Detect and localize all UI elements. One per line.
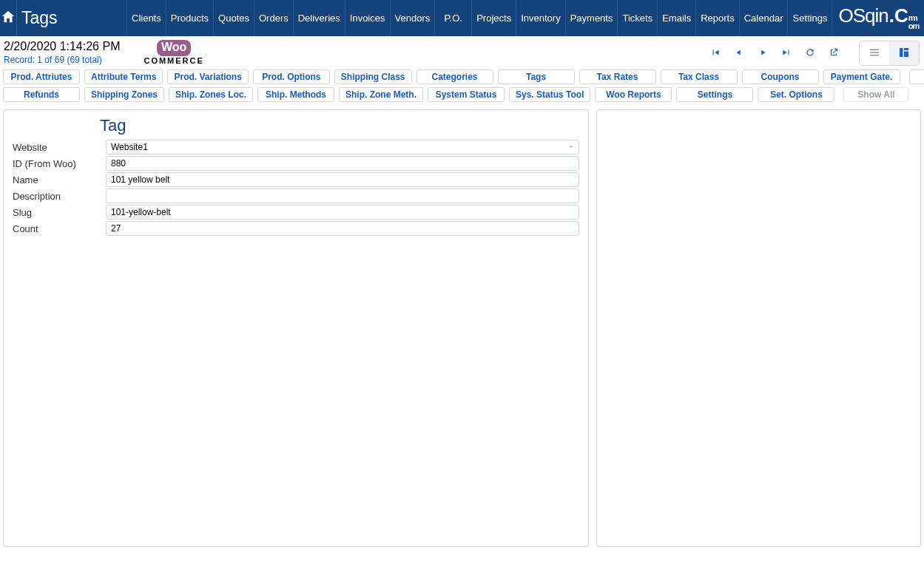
list-view-icon <box>868 46 881 61</box>
external-link-icon <box>829 47 839 60</box>
nav-products[interactable]: Products <box>166 0 213 36</box>
label-website: Website <box>13 142 100 153</box>
input-id[interactable] <box>106 156 579 171</box>
brand-main: OSqin <box>838 4 888 27</box>
caret-left-icon <box>734 47 744 60</box>
label-id: ID (From Woo) <box>13 158 100 169</box>
nav-projects[interactable]: Projects <box>471 0 516 36</box>
label-slug: Slug <box>13 207 100 218</box>
row-count: Count <box>13 221 579 236</box>
action-button-zone: Prod. Attriutes Attribute Terms Prod. Va… <box>0 68 924 106</box>
btn-woo-reports[interactable]: Woo Reports <box>595 87 672 102</box>
btn-sys-status-tool[interactable]: Sys. Status Tool <box>509 87 590 102</box>
btn-payment-gate[interactable]: Payment Gate. <box>823 69 900 84</box>
input-name[interactable] <box>106 172 579 187</box>
nav-quotes[interactable]: Quotes <box>213 0 254 36</box>
btn-refunds[interactable]: Refunds <box>3 87 80 102</box>
btn-new[interactable]: New <box>909 69 925 84</box>
btn-shipping-class[interactable]: Shipping Class <box>334 69 412 84</box>
page-title: Tags <box>17 0 127 36</box>
input-description[interactable] <box>106 189 579 203</box>
home-icon <box>0 9 16 27</box>
row-id: ID (From Woo) <box>13 156 579 171</box>
row-slug: Slug <box>13 205 579 220</box>
nav-clients[interactable]: Clients <box>127 0 166 36</box>
btn-prod-attributes[interactable]: Prod. Attriutes <box>3 69 80 84</box>
view-form-button[interactable] <box>889 41 919 65</box>
record-nav <box>704 41 920 66</box>
btn-tax-rates[interactable]: Tax Rates <box>579 69 656 84</box>
btn-system-status[interactable]: System Status <box>428 87 505 102</box>
nav-payments[interactable]: Payments <box>565 0 618 36</box>
row-description: Description <box>13 189 579 203</box>
brand-logo: OSqin . C rm om <box>832 0 924 36</box>
btn-ship-methods[interactable]: Ship. Methods <box>257 87 334 102</box>
row-website: Website <box>13 140 579 155</box>
form-panel: Tag Website ID (From Woo) Name Descripti… <box>3 109 589 547</box>
datetime-label: 2/20/2020 1:14:26 PM <box>4 40 120 53</box>
content-area: Tag Website ID (From Woo) Name Descripti… <box>0 106 924 559</box>
view-list-button[interactable] <box>860 41 889 65</box>
brand-sub-bottom: om <box>908 22 920 30</box>
refresh-icon <box>805 47 815 60</box>
nav-tickets[interactable]: Tickets <box>617 0 657 36</box>
prev-record-button[interactable] <box>727 41 751 65</box>
nav-orders[interactable]: Orders <box>254 0 293 36</box>
nav-calendar[interactable]: Calendar <box>739 0 788 36</box>
btn-tax-class[interactable]: Tax Class <box>661 69 738 84</box>
btn-coupons[interactable]: Coupons <box>742 69 819 84</box>
select-website[interactable] <box>106 140 579 155</box>
btn-prod-options[interactable]: Prod. Options <box>253 69 330 84</box>
view-toggle <box>859 41 920 66</box>
nav-settings[interactable]: Settings <box>787 0 832 36</box>
form-title: Tag <box>100 116 579 135</box>
btn-show-all: Show All <box>843 87 908 102</box>
skip-last-icon <box>781 47 792 60</box>
button-row-2: Refunds Shipping Zones Ship. Zones Loc. … <box>3 86 921 103</box>
input-count[interactable] <box>106 221 579 236</box>
caret-right-icon <box>758 47 768 60</box>
nav-deliveries[interactable]: Deliveries <box>293 0 345 36</box>
refresh-button[interactable] <box>798 41 822 65</box>
next-record-button[interactable] <box>751 41 775 65</box>
side-panel <box>596 109 921 547</box>
open-external-button[interactable] <box>822 41 846 65</box>
btn-prod-variations[interactable]: Prod. Variations <box>167 69 248 84</box>
btn-categories[interactable]: Categories <box>417 69 493 84</box>
input-website[interactable] <box>106 140 579 155</box>
btn-ship-zone-meth[interactable]: Ship. Zone Meth. <box>339 87 423 102</box>
top-nav-bar: Tags Clients Products Quotes Orders Deli… <box>0 0 924 36</box>
brand-lead: C <box>894 4 908 27</box>
info-bar: 2/20/2020 1:14:26 PM Record: 1 of 69 (69… <box>0 36 924 68</box>
label-count: Count <box>13 223 100 234</box>
form-view-icon <box>897 46 911 61</box>
nav-inventory[interactable]: Inventory <box>516 0 564 36</box>
btn-attribute-terms[interactable]: Attribute Terms <box>84 69 163 84</box>
btn-shipping-zones[interactable]: Shipping Zones <box>84 87 164 102</box>
home-button[interactable] <box>0 0 17 36</box>
last-record-button[interactable] <box>775 41 798 65</box>
nav-po[interactable]: P.O. <box>434 0 471 36</box>
nav-reports[interactable]: Reports <box>695 0 739 36</box>
input-slug[interactable] <box>106 205 579 220</box>
nav-emails[interactable]: Emails <box>657 0 695 36</box>
button-row-1: Prod. Attriutes Attribute Terms Prod. Va… <box>3 68 921 86</box>
btn-set-options[interactable]: Set. Options <box>758 87 834 102</box>
btn-ship-zones-loc[interactable]: Ship. Zones Loc. <box>169 87 253 102</box>
skip-first-icon <box>710 47 721 60</box>
btn-settings[interactable]: Settings <box>676 87 753 102</box>
record-count-label: Record: 1 of 69 (69 total) <box>4 55 120 65</box>
first-record-button[interactable] <box>704 41 727 65</box>
row-name: Name <box>13 172 579 187</box>
main-nav: Clients Products Quotes Orders Deliverie… <box>127 0 832 36</box>
brand-dot: . <box>888 4 894 27</box>
woo-bubble: Woo <box>157 40 191 56</box>
btn-tags[interactable]: Tags <box>498 69 575 84</box>
nav-invoices[interactable]: Invoices <box>345 0 390 36</box>
nav-vendors[interactable]: Vendors <box>390 0 435 36</box>
label-description: Description <box>13 191 100 202</box>
woocommerce-logo: Woo COMMERCE <box>144 40 203 65</box>
label-name: Name <box>13 174 100 186</box>
